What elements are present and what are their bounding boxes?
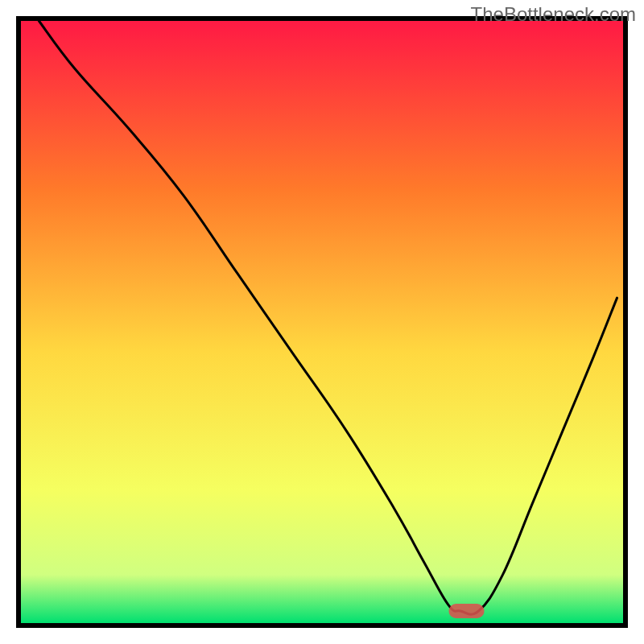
plot-background (21, 21, 623, 623)
chart-canvas: TheBottleneck.com (0, 0, 644, 644)
recommended-marker (449, 604, 485, 618)
watermark-label: TheBottleneck.com (471, 3, 636, 26)
chart-svg (0, 0, 644, 644)
